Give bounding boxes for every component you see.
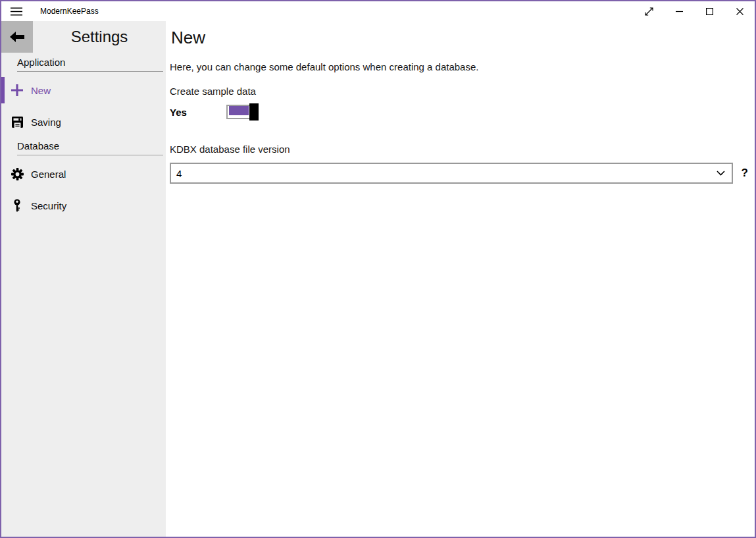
active-indicator (1, 77, 5, 103)
sidebar-item-saving[interactable]: Saving (1, 109, 166, 135)
settings-title: Settings (33, 21, 166, 53)
dropdown-selected-value: 4 (176, 168, 182, 179)
settings-sidebar: Settings Application New (1, 21, 166, 537)
maximize-icon (706, 8, 713, 15)
create-sample-data-row: Yes (170, 103, 749, 121)
create-sample-data-label: Create sample data (170, 85, 749, 97)
app-title: ModernKeePass (40, 7, 99, 16)
toggle-thumb[interactable] (249, 103, 259, 121)
key-icon (11, 199, 24, 213)
hamburger-menu-icon[interactable] (1, 1, 32, 21)
settings-page-new: New Here, you can change some default op… (166, 21, 755, 537)
title-bar: ModernKeePass (1, 1, 755, 21)
window-controls (634, 1, 755, 21)
toggle-fill (229, 106, 249, 115)
help-button[interactable]: ? (742, 167, 748, 180)
kdbx-version-dropdown[interactable]: 4 (170, 163, 733, 184)
sidebar-item-label: Saving (31, 117, 61, 128)
create-sample-data-toggle[interactable] (226, 103, 259, 121)
maximize-button[interactable] (694, 1, 724, 21)
minimize-icon (676, 8, 683, 15)
plus-icon (11, 84, 24, 96)
fullscreen-button[interactable] (634, 1, 664, 21)
close-icon (736, 8, 743, 15)
gear-icon (11, 168, 24, 180)
sidebar-item-security[interactable]: Security (1, 192, 166, 219)
save-icon (11, 117, 24, 128)
fullscreen-icon (645, 7, 653, 16)
minimize-button[interactable] (664, 1, 694, 21)
sidebar-item-general[interactable]: General (1, 161, 166, 187)
sidebar-header: Settings (1, 21, 166, 53)
sidebar-item-label: Security (31, 200, 66, 211)
chevron-down-icon (717, 171, 725, 176)
toggle-state-label: Yes (170, 107, 226, 118)
sidebar-item-label: New (31, 85, 51, 96)
section-header-database: Database (17, 140, 163, 155)
page-title: New (171, 28, 749, 47)
back-arrow-icon (9, 31, 25, 43)
back-button[interactable] (1, 21, 33, 53)
kdbx-version-label: KDBX database file version (170, 143, 749, 155)
sidebar-item-new[interactable]: New (1, 77, 166, 103)
section-header-application: Application (17, 57, 163, 72)
page-description: Here, you can change some default option… (170, 61, 749, 73)
window-body: Settings Application New (1, 21, 755, 537)
sidebar-item-label: General (31, 169, 66, 180)
close-button[interactable] (724, 1, 755, 21)
app-window: ModernKeePass (0, 0, 756, 538)
kdbx-version-row: 4 ? (170, 163, 749, 184)
